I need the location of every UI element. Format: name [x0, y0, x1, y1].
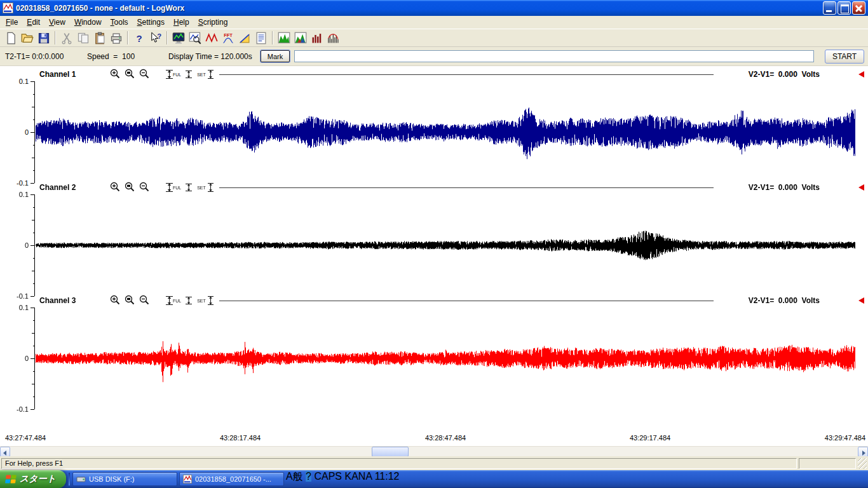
waveform-canvas-2 [36, 194, 855, 296]
windows-logo-icon [4, 474, 17, 485]
zoom-in-icon[interactable] [109, 295, 122, 306]
taskbar-clock[interactable]: 11:12 [375, 471, 400, 482]
menu-edit[interactable]: Edit [22, 17, 44, 28]
scroll-right-button[interactable] [858, 447, 868, 457]
menu-file[interactable]: File [1, 17, 22, 28]
about-help-icon[interactable]: ? [132, 32, 146, 44]
menu-tools[interactable]: Tools [106, 17, 133, 28]
zoom-out-icon[interactable] [139, 69, 151, 79]
svg-text:SET: SET [197, 186, 206, 190]
scale-controls: FUL SET [164, 295, 215, 306]
menu-settings[interactable]: Settings [133, 17, 169, 28]
open-file-icon[interactable] [20, 32, 34, 44]
zoom-graph-icon[interactable] [188, 32, 202, 44]
zoom-window-icon[interactable] [124, 69, 137, 79]
marker-text-input[interactable] [294, 50, 814, 62]
full-scale-icon[interactable]: FUL [164, 295, 181, 306]
channel-label: Channel 3 [39, 296, 76, 305]
context-help-icon[interactable]: ? [149, 32, 163, 44]
spectrum-green-icon[interactable] [277, 32, 291, 44]
scroll-left-arrow-icon [3, 451, 6, 456]
zoom-out-icon[interactable] [139, 295, 151, 306]
fft-icon[interactable]: FFT [221, 32, 235, 44]
full-scale-icon[interactable]: FUL [164, 69, 181, 79]
histogram-icon[interactable] [310, 32, 324, 44]
taskbar-task-usb-disk[interactable]: USB DISK (F:) [72, 472, 177, 486]
menu-view[interactable]: View [44, 17, 70, 28]
menu-scripting[interactable]: Scripting [194, 17, 233, 28]
zoom-out-icon[interactable] [139, 182, 151, 193]
zoom-in-icon[interactable] [109, 182, 122, 193]
scale-controls: FUL SET [164, 182, 215, 193]
start-button[interactable]: START [825, 50, 864, 64]
channel-3-plot: 0.1 0 -0.1 [0, 308, 868, 409]
new-file-icon[interactable] [4, 32, 18, 44]
time-tick-label: 43:29:47.484 [825, 434, 865, 442]
toolbar: ? ? FFT [0, 29, 868, 47]
set-scale-icon[interactable]: SET [196, 69, 215, 79]
toolbar-separator [127, 31, 128, 44]
scroll-thumb[interactable] [372, 447, 409, 457]
auto-scale-icon[interactable] [184, 69, 194, 79]
svg-text:SET: SET [197, 72, 206, 77]
toolbar-separator [272, 31, 273, 44]
ime-mode-indicator[interactable]: A般 [286, 471, 303, 482]
toolbar-separator [166, 31, 168, 44]
menu-help[interactable]: Help [169, 17, 194, 28]
kana-label: KANA [345, 471, 372, 482]
minimize-button[interactable] [823, 1, 836, 15]
logworx-task-icon [183, 475, 192, 484]
set-scale-icon[interactable]: SET [196, 182, 215, 193]
y-tick-label: -0.1 [17, 405, 29, 413]
auto-scale-icon[interactable] [184, 295, 194, 306]
waveform-icon[interactable] [205, 32, 219, 44]
zoom-window-icon[interactable] [124, 295, 137, 306]
channel-label: Channel 1 [39, 70, 76, 79]
comb-plot-icon[interactable] [327, 32, 341, 44]
report-icon[interactable] [254, 32, 268, 44]
resize-grip-icon[interactable] [858, 458, 867, 469]
cut-icon[interactable] [60, 32, 74, 44]
y-tick-label: 0.1 [19, 304, 29, 311]
cursor-marker-icon[interactable] [858, 184, 864, 191]
copy-icon[interactable] [76, 32, 90, 44]
full-scale-icon[interactable]: FUL [164, 182, 181, 193]
mark-button[interactable]: Mark [261, 50, 290, 62]
cursor-marker-icon[interactable] [858, 297, 864, 304]
time-tick-label: 43:27:47.484 [5, 434, 46, 442]
slope-icon[interactable] [238, 32, 252, 44]
maximize-button[interactable] [837, 1, 851, 15]
zoom-window-icon[interactable] [124, 182, 137, 193]
taskbar: スタート USB DISK (F:) 02031858_02071650 -..… [0, 470, 868, 488]
plot-area: Channel 1 FUL SET V2-V1= 0.000 Volts 0. [0, 66, 868, 446]
y-tick-label: 0.1 [19, 78, 29, 85]
y-axis [31, 308, 35, 409]
paste-icon[interactable] [93, 32, 107, 44]
spectrum-multi-icon[interactable] [294, 32, 308, 44]
channel-1-plot: 0.1 0 -0.1 [0, 81, 868, 183]
save-icon[interactable] [37, 32, 51, 44]
close-button[interactable] [852, 1, 865, 15]
time-tick-label: 43:28:47.484 [425, 434, 466, 442]
header-divider [219, 301, 714, 301]
set-scale-icon[interactable]: SET [196, 295, 215, 306]
tray-help-icon[interactable]: ? [306, 471, 311, 482]
title-bar: 02031858_02071650 - none - default - Log… [0, 0, 868, 16]
app-icon[interactable] [3, 3, 13, 13]
start-menu-button[interactable]: スタート [0, 470, 66, 488]
print-icon[interactable] [109, 32, 123, 44]
zoom-in-icon[interactable] [109, 69, 122, 79]
waveform-canvas-3 [36, 308, 855, 409]
cursor-marker-icon[interactable] [858, 71, 864, 78]
status-help-text: For Help, press F1 [1, 458, 797, 469]
monitor-icon[interactable] [172, 32, 186, 44]
zoom-controls [109, 182, 151, 193]
menu-window[interactable]: Window [70, 17, 106, 28]
channel-2-header: Channel 2 FUL SET V2-V1= 0.000 Volts [0, 181, 868, 194]
y-axis-labels: 0.1 0 -0.1 [0, 81, 30, 183]
auto-scale-icon[interactable] [184, 182, 194, 193]
taskbar-task-logworx[interactable]: 02031858_02071650 -... [179, 472, 284, 486]
window-controls [822, 1, 865, 15]
scroll-left-button[interactable] [0, 447, 10, 457]
horizontal-scrollbar[interactable] [0, 446, 868, 456]
